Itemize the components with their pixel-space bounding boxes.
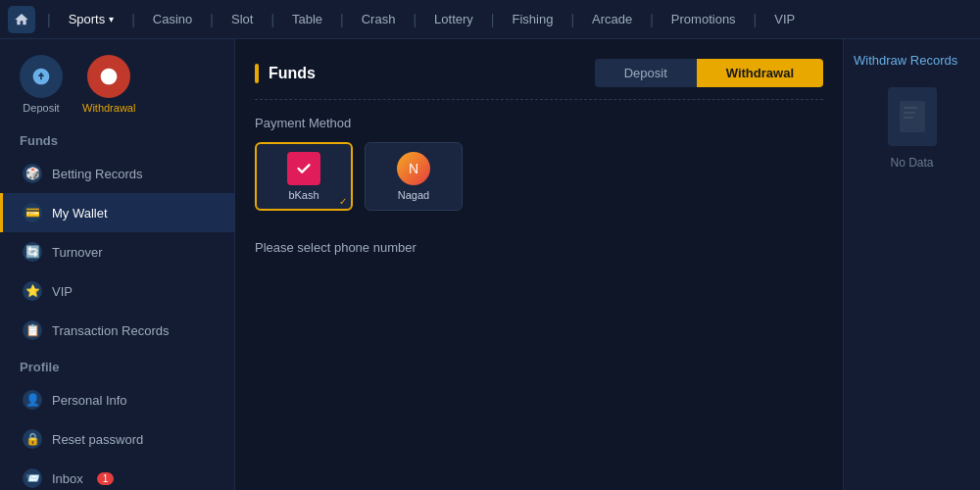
svg-rect-3 bbox=[904, 117, 913, 119]
payment-card-bkash[interactable]: bKash ✓ bbox=[255, 142, 353, 211]
funds-title: Funds bbox=[269, 65, 316, 82]
bkash-icon bbox=[287, 152, 320, 185]
withdrawal-icon bbox=[87, 55, 130, 98]
chevron-down-icon: ▾ bbox=[109, 14, 114, 24]
betting-records-icon: 🎲 bbox=[23, 164, 42, 183]
svg-rect-2 bbox=[904, 112, 915, 114]
nav-sep-2: | bbox=[131, 12, 135, 27]
vip-icon: ⭐ bbox=[23, 281, 42, 301]
main-layout: Deposit Withdrawal Funds 🎲 Betting Recor… bbox=[0, 39, 980, 490]
nav-arcade[interactable]: Arcade bbox=[578, 0, 646, 39]
sidebar-item-inbox[interactable]: 📨 Inbox 1 bbox=[0, 459, 234, 490]
nav-casino[interactable]: Casino bbox=[139, 0, 206, 39]
deposit-icon-item[interactable]: Deposit bbox=[20, 55, 63, 114]
funds-header: Funds Deposit Withdrawal bbox=[255, 59, 823, 87]
nav-vip[interactable]: VIP bbox=[760, 0, 808, 39]
sidebar-item-betting-records[interactable]: 🎲 Betting Records bbox=[0, 154, 234, 193]
nagad-label: Nagad bbox=[398, 189, 429, 201]
funds-section-title: Funds bbox=[0, 123, 234, 154]
inbox-icon: 📨 bbox=[23, 468, 42, 488]
sidebar-item-transaction-records[interactable]: 📋 Transaction Records bbox=[0, 311, 234, 350]
personal-info-icon: 👤 bbox=[23, 390, 42, 410]
no-data-icon bbox=[888, 87, 937, 146]
nav-table[interactable]: Table bbox=[278, 0, 336, 39]
right-panel: Withdraw Records No Data bbox=[843, 39, 980, 490]
withdraw-records-title: Withdraw Records bbox=[854, 53, 957, 68]
main-content: Funds Deposit Withdrawal Payment Method … bbox=[235, 39, 843, 490]
nav-sep-1: | bbox=[47, 12, 51, 27]
divider bbox=[255, 99, 823, 100]
payment-method-label: Payment Method bbox=[255, 116, 823, 130]
nav-slot[interactable]: Slot bbox=[218, 0, 267, 39]
reset-password-icon: 🔒 bbox=[23, 429, 42, 449]
deposit-tab[interactable]: Deposit bbox=[595, 59, 697, 87]
funds-title-bar bbox=[255, 64, 259, 83]
transaction-records-icon: 📋 bbox=[23, 320, 42, 340]
withdrawal-tab[interactable]: Withdrawal bbox=[697, 59, 823, 87]
svg-rect-1 bbox=[904, 107, 917, 109]
deposit-icon bbox=[20, 55, 63, 98]
sidebar-item-personal-info[interactable]: 👤 Personal Info bbox=[0, 380, 234, 419]
nav-sports[interactable]: Sports ▾ bbox=[55, 0, 128, 39]
sidebar-item-reset-password[interactable]: 🔒 Reset password bbox=[0, 419, 234, 459]
home-button[interactable] bbox=[8, 6, 35, 33]
withdrawal-label: Withdrawal bbox=[82, 102, 135, 114]
no-data-text: No Data bbox=[890, 156, 933, 170]
my-wallet-icon: 💳 bbox=[23, 203, 42, 222]
profile-section-title: Profile bbox=[0, 350, 234, 380]
wallet-icons: Deposit Withdrawal bbox=[0, 39, 234, 123]
nagad-icon: N bbox=[397, 152, 430, 185]
nav-lottery[interactable]: Lottery bbox=[420, 0, 487, 39]
bkash-label: bKash bbox=[288, 189, 318, 201]
nav-crash[interactable]: Crash bbox=[348, 0, 410, 39]
sidebar-item-my-wallet[interactable]: 💳 My Wallet bbox=[0, 193, 234, 232]
deposit-label: Deposit bbox=[23, 102, 59, 114]
select-phone-text: Please select phone number bbox=[255, 230, 823, 265]
sidebar-item-vip[interactable]: ⭐ VIP bbox=[0, 271, 234, 311]
inbox-badge: 1 bbox=[97, 472, 115, 485]
tab-buttons: Deposit Withdrawal bbox=[595, 59, 823, 87]
turnover-icon: 🔄 bbox=[23, 242, 42, 262]
top-navigation: | Sports ▾ | Casino | Slot | Table | Cra… bbox=[0, 0, 980, 39]
sidebar: Deposit Withdrawal Funds 🎲 Betting Recor… bbox=[0, 39, 235, 490]
nav-promotions[interactable]: Promotions bbox=[658, 0, 750, 39]
bkash-checkmark: ✓ bbox=[339, 196, 347, 207]
sidebar-item-turnover[interactable]: 🔄 Turnover bbox=[0, 232, 234, 271]
payment-card-nagad[interactable]: N Nagad bbox=[365, 142, 463, 211]
payment-methods: bKash ✓ N Nagad bbox=[255, 142, 823, 211]
withdrawal-icon-item[interactable]: Withdrawal bbox=[82, 55, 135, 114]
nav-fishing[interactable]: Fishing bbox=[498, 0, 566, 39]
